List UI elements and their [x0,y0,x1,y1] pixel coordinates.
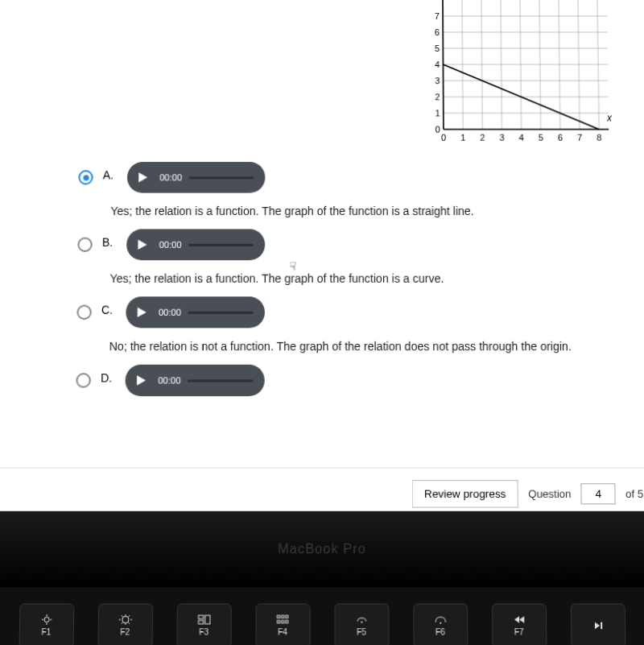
choice-c-text: No; the relation is not a function. The … [109,340,634,353]
svg-text:0: 0 [436,125,440,134]
audio-time: 00:00 [158,375,180,385]
key-f4: F4 [255,603,310,645]
key-f6: F6 [413,603,468,645]
svg-rect-61 [285,615,287,618]
svg-text:1: 1 [436,108,440,118]
play-icon[interactable] [130,370,152,391]
laptop-keyboard: F1 F2 F3 F4 F5 F6 F7 [0,587,644,645]
svg-rect-59 [277,615,279,618]
review-progress-button[interactable]: Review progress [412,480,519,508]
svg-text:6: 6 [435,27,440,37]
svg-text:7: 7 [435,11,440,21]
radio-b[interactable] [77,238,92,252]
svg-line-55 [128,615,130,617]
svg-text:7: 7 [577,133,582,143]
svg-line-52 [121,615,122,617]
svg-marker-41 [137,375,146,385]
radio-d[interactable] [76,373,91,388]
svg-text:3: 3 [499,133,504,143]
svg-text:2: 2 [436,92,440,101]
svg-text:0: 0 [441,133,446,143]
audio-player-d[interactable]: 00:00 [125,365,264,396]
svg-rect-64 [285,621,287,623]
question-number: 4 [581,483,616,504]
svg-text:2: 2 [480,133,485,143]
svg-text:4: 4 [435,60,440,69]
answer-choices: A. 00:00 Yes; the relation is a function… [76,162,634,396]
question-total: of 5 [625,487,643,500]
laptop-bezel: MacBook Pro [0,511,644,588]
key-f1: F1 [19,603,74,645]
svg-rect-57 [204,615,209,624]
svg-rect-56 [198,615,203,618]
play-icon[interactable] [130,301,152,323]
radio-a[interactable] [78,170,93,184]
choice-letter: C. [101,304,116,316]
play-icon[interactable] [132,167,153,188]
svg-point-47 [122,616,128,622]
choice-a: A. 00:00 [78,162,630,193]
choice-a-text: Yes; the relation is a function. The gra… [110,205,631,217]
svg-marker-38 [138,172,147,182]
svg-text:3: 3 [435,76,440,85]
choice-letter: B. [102,236,117,249]
svg-marker-68 [519,616,524,622]
svg-text:5: 5 [539,133,543,143]
svg-point-42 [43,617,48,622]
choice-d: D. 00:00 [76,365,634,396]
audio-time: 00:00 [159,172,182,182]
graph-plot: 0 1 2 3 4 5 6 7 0 1 2 3 4 5 6 [427,0,614,146]
choice-letter: A. [103,168,118,181]
svg-text:8: 8 [597,133,601,143]
laptop-brand: MacBook Pro [278,542,366,557]
svg-marker-69 [594,622,599,629]
question-label: Question [528,487,571,500]
audio-player-c[interactable]: 00:00 [126,296,264,328]
svg-marker-40 [138,308,147,317]
svg-text:x: x [606,112,613,123]
svg-marker-39 [138,240,147,250]
choice-b: B. 00:00 [77,229,632,260]
choice-b-text: Yes; the relation is a function. The gra… [109,272,632,285]
play-icon[interactable] [131,234,153,256]
choice-letter: D. [101,371,115,385]
svg-rect-58 [198,621,203,624]
svg-rect-70 [601,622,602,629]
svg-rect-63 [281,621,283,623]
choice-c: C. 00:00 [76,296,633,328]
svg-line-53 [128,622,130,624]
audio-time: 00:00 [159,308,181,317]
svg-text:6: 6 [558,133,563,143]
audio-track[interactable] [188,379,253,382]
audio-time: 00:00 [159,240,182,250]
key-f8 [570,603,625,645]
key-f5: F5 [334,603,389,645]
svg-text:5: 5 [435,43,440,53]
audio-track[interactable] [188,311,253,313]
svg-rect-62 [277,621,279,623]
svg-line-54 [121,622,122,624]
key-f3: F3 [176,603,231,645]
audio-track[interactable] [188,243,254,246]
key-f2: F2 [97,603,153,645]
audio-track[interactable] [188,176,254,179]
svg-text:1: 1 [460,133,465,143]
svg-rect-60 [281,615,283,618]
svg-marker-67 [514,616,518,622]
svg-point-65 [361,622,362,623]
audio-player-a[interactable]: 00:00 [127,162,265,193]
radio-c[interactable] [76,305,91,320]
svg-point-66 [440,622,441,624]
audio-player-b[interactable]: 00:00 [126,229,265,260]
key-f7: F7 [491,603,547,645]
svg-text:4: 4 [518,133,523,143]
